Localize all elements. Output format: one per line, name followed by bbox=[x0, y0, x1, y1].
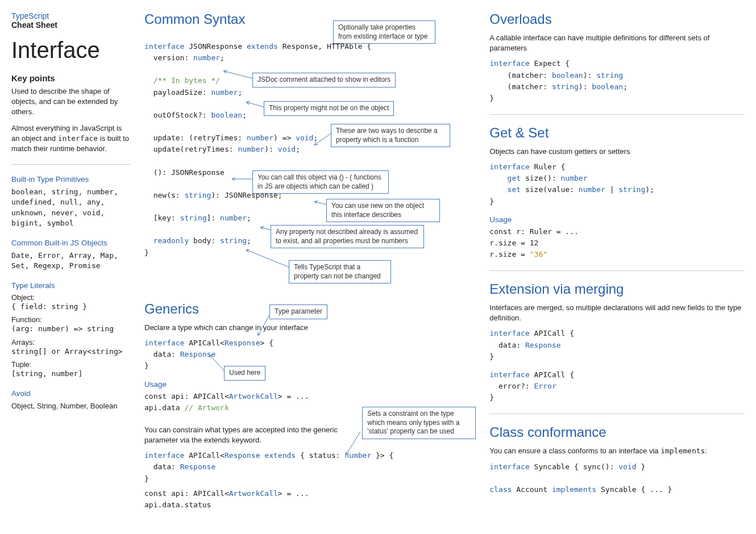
lit-obj-label: Object: bbox=[11, 293, 131, 302]
merging-section: Extension via merging Interfaces are mer… bbox=[489, 281, 745, 403]
brand-top: TypeScript bbox=[11, 11, 131, 20]
builtin-heading: Built-in Type Primitives bbox=[11, 175, 131, 183]
lit-fn-code: (arg: number) => string bbox=[11, 324, 131, 334]
col-mid: Common Syntax Optionally take properties… bbox=[144, 11, 476, 511]
callout-call: You can call this object via () - ( func… bbox=[252, 170, 389, 194]
generics-desc: Declare a type which can change in your … bbox=[144, 323, 476, 333]
generics-constrain-desc: You can constrain what types are accepte… bbox=[144, 425, 338, 445]
main: Common Syntax Optionally take properties… bbox=[144, 11, 745, 511]
overloads-desc: A callable interface can have multiple d… bbox=[489, 33, 745, 53]
builtin-list: boolean, string, number, undefined, null… bbox=[11, 187, 131, 228]
divider bbox=[11, 164, 131, 165]
generics-usage-h: Usage bbox=[144, 380, 476, 389]
sidebar: TypeScript Cheat Sheet Interface Key poi… bbox=[11, 11, 131, 511]
key-points-heading: Key points bbox=[11, 73, 131, 83]
callout-readonly: Tells TypeScript that a property can not… bbox=[289, 260, 391, 283]
conformance-desc: You can ensure a class conforms to an in… bbox=[489, 446, 745, 456]
conformance-section: Class conformance You can ensure a class… bbox=[489, 424, 745, 495]
lit-arr-code: string[] or Array<string> bbox=[11, 347, 131, 357]
lit-arr-label: Arrays: bbox=[11, 338, 131, 347]
callout-fn: These are two ways to describe a propert… bbox=[331, 124, 450, 147]
callout-used-here: Used here bbox=[224, 366, 265, 381]
getset-usage-h: Usage bbox=[489, 215, 745, 224]
lit-fn-label: Function: bbox=[11, 315, 131, 324]
generics-usage2: const api: APICall<ArtworkCall> = ... ap… bbox=[144, 488, 476, 511]
callout-constraint: Sets a constraint on the type which mean… bbox=[362, 407, 476, 439]
type-literals-heading: Type Literals bbox=[11, 281, 131, 290]
lit-tuple-label: Tuple: bbox=[11, 360, 131, 369]
getset-usage-code: const r: Ruler = ... r.size = 12 r.size … bbox=[489, 226, 745, 260]
getset-code: interface Ruler { get size(): number set… bbox=[489, 161, 745, 207]
divider bbox=[489, 114, 745, 115]
callout-optional: This property might not be on the object bbox=[264, 101, 394, 116]
getset-desc: Objects can have custom getters or sette… bbox=[489, 147, 745, 157]
callout-jsdoc: JSDoc comment attached to show in editor… bbox=[252, 73, 396, 87]
divider bbox=[489, 414, 745, 414]
merging-code1: interface APICall { data: Response } bbox=[489, 328, 745, 362]
lit-tuple-code: [string, number] bbox=[11, 369, 131, 379]
merging-desc: Interfaces are merged, so multiple decla… bbox=[489, 303, 745, 323]
generics-section: Generics Type parameter Declare a type w… bbox=[144, 301, 476, 511]
merging-code2: interface APICall { error?: Error } bbox=[489, 369, 745, 403]
getset-title: Get & Set bbox=[489, 125, 745, 141]
callout-new: You can use new on the object this inter… bbox=[326, 199, 440, 222]
generics-code1: interface APICall<Response> { data: Resp… bbox=[144, 337, 476, 372]
common-js-list: Date, Error, Array, Map, Set, Regexp, Pr… bbox=[11, 251, 131, 271]
generics-code2: interface APICall<Response extends { sta… bbox=[144, 450, 476, 484]
conformance-code: interface Syncable { sync(): void } clas… bbox=[489, 461, 745, 495]
common-js-heading: Common Built-in JS Objects bbox=[11, 239, 131, 247]
divider bbox=[489, 270, 745, 271]
merging-title: Extension via merging bbox=[489, 281, 745, 297]
common-syntax-section: Common Syntax Optionally take properties… bbox=[144, 11, 476, 278]
avoid-list: Object, String, Number, Boolean bbox=[11, 401, 131, 411]
overloads-code: interface Expect { (matcher: boolean): s… bbox=[489, 58, 745, 104]
callout-extends: Optionally take properties from existing… bbox=[333, 20, 435, 44]
getset-section: Get & Set Objects can have custom getter… bbox=[489, 125, 745, 260]
callout-index: Any property not described already is as… bbox=[271, 225, 424, 248]
overloads-section: Overloads A callable interface can have … bbox=[489, 11, 745, 104]
avoid-heading: Avoid bbox=[11, 389, 131, 398]
callout-type-param: Type parameter bbox=[269, 304, 327, 319]
conformance-title: Class conformance bbox=[489, 424, 745, 440]
brand-sub: Cheat Sheet bbox=[11, 20, 131, 30]
lit-obj-code: { field: string } bbox=[11, 302, 131, 312]
key-points-p1: Used to describe the shape of objects, a… bbox=[11, 86, 131, 118]
page-title: Interface bbox=[11, 37, 131, 63]
key-points-p2: Almost everything in JavaScript is an ob… bbox=[11, 123, 131, 155]
overloads-title: Overloads bbox=[489, 11, 745, 27]
col-right: Overloads A callable interface can have … bbox=[489, 11, 745, 511]
